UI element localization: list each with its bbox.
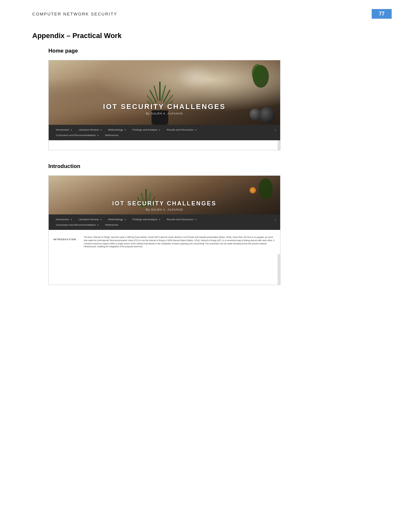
svg-rect-0 [159,82,161,101]
intro-plant-right-svg [258,177,274,200]
homepage-screenshot: IOT SECURITY CHALLENGES By SALEH A. ALFA… [48,60,280,150]
hero-subtitle: By SALEH A. ALFAHAD [103,112,226,115]
introduction-screenshot: IOT SECURITY CHALLENGES By SALEH A. ALFA… [48,175,280,285]
intro-hero-subtitle: By SALEH A. ALFAHAD [112,208,217,211]
nav-arrow-1: ∨ [71,129,72,131]
nav-findings[interactable]: Findings and Analysis ∨ [129,127,164,132]
intro-hero-text: IOT SECURITY CHALLENGES By SALEH A. ALFA… [112,200,217,211]
nav-introduction[interactable]: Introduction ∨ [53,127,75,132]
nav-arrow-4: ∨ [159,129,160,131]
intro-label-column: INTRODUCTION [53,236,79,248]
nav-methodology[interactable]: Methodology ∨ [105,127,129,132]
intro-nav-arrow-6: ∨ [97,224,99,226]
svg-point-18 [259,178,273,199]
intro-nav-findings[interactable]: Findings and Analysis ∨ [129,217,164,222]
nav-conclusion[interactable]: Conclusion and Recommendations ∨ [53,133,102,138]
nav-arrow-2: ∨ [100,129,102,131]
hero-title: IOT SECURITY CHALLENGES [103,103,226,111]
intro-nav-literature-review[interactable]: Literature Review ∨ [75,217,105,222]
intro-nav-introduction[interactable]: Introduction ∨ [53,217,75,222]
intro-nav-conclusion[interactable]: Conclusion and Recommendations ∨ [53,222,102,227]
appendix-title: Appendix – Practical Work [32,32,379,40]
plant-right-svg [251,64,270,89]
intro-nav-arrow-2: ∨ [100,218,102,221]
nav-bar: Introduction ∨ Literature Review ∨ Metho… [49,125,280,140]
nav-references[interactable]: References [102,133,122,138]
intro-hero-title: IOT SECURITY CHALLENGES [112,200,217,207]
website-mockup-intro: IOT SECURITY CHALLENGES By SALEH A. ALFA… [49,176,280,254]
plant-right [251,64,270,89]
nav-results[interactable]: Results and Discussion ∨ [163,127,200,132]
sphere-decoration-right [259,107,275,123]
intro-nav-methodology[interactable]: Methodology ∨ [105,217,129,222]
orange-decoration [250,187,256,193]
sphere-decoration-right-2 [250,109,261,120]
nav-arrow-5: ∨ [195,129,197,131]
intro-nav-row-2: Conclusion and Recommendations ∨ Referen… [53,222,276,227]
main-content: Appendix – Practical Work Home page [0,19,411,311]
page-header: COMPUTER NETWORK SECURITY 77 [0,0,411,19]
nav-arrow-6: ∨ [97,134,99,136]
hero-image: IOT SECURITY CHALLENGES By SALEH A. ALFA… [49,60,280,125]
intro-nav-arrow-4: ∨ [159,218,160,221]
intro-nav-row-1: Introduction ∨ Literature Review ∨ Metho… [53,217,276,222]
nav-arrow-3: ∨ [124,129,126,131]
nav-row-1: Introduction ∨ Literature Review ∨ Metho… [53,127,276,132]
intro-nav-bar: Introduction ∨ Literature Review ∨ Metho… [49,214,280,230]
intro-nav-arrow-1: ∨ [71,218,72,221]
website-mockup-home: IOT SECURITY CHALLENGES By SALEH A. ALFA… [49,60,280,140]
nav-row-2: Conclusion and Recommendations ∨ Referen… [53,133,276,138]
hero-text: IOT SECURITY CHALLENGES By SALEH A. ALFA… [103,103,226,115]
section-heading-introduction: Introduction [48,163,379,170]
intro-body-paragraph: The term "Internet of Things" was first … [84,236,276,248]
intro-hero-image: IOT SECURITY CHALLENGES By SALEH A. ALFA… [49,176,280,214]
intro-scroll-icon[interactable]: ↓ [275,218,276,221]
intro-content: INTRODUCTION The term "Internet of Thing… [49,230,280,254]
intro-nav-arrow-3: ∨ [124,218,126,221]
nav-literature-review[interactable]: Literature Review ∨ [75,127,105,132]
intro-nav-arrow-5: ∨ [195,218,197,221]
intro-nav-references[interactable]: References [102,222,122,227]
header-title: COMPUTER NETWORK SECURITY [32,12,117,16]
light-effect [176,64,215,89]
scroll-icon[interactable]: ↓ [275,128,276,132]
intro-plant-right [258,177,274,200]
page-number: 77 [372,9,392,19]
intro-nav-results[interactable]: Results and Discussion ∨ [163,217,200,222]
intro-section-label: INTRODUCTION [53,238,76,241]
section-heading-homepage: Home page [48,48,379,54]
intro-text-column: The term "Internet of Things" was first … [84,236,276,248]
svg-point-10 [252,64,263,82]
